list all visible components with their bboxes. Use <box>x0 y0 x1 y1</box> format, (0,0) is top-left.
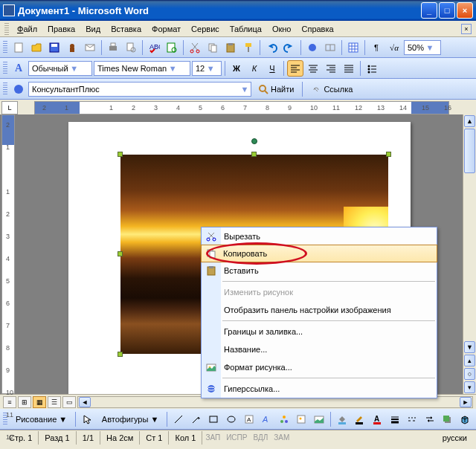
maximize-button[interactable]: □ <box>439 2 455 19</box>
oval-button[interactable] <box>223 411 239 427</box>
status-ext[interactable]: ВДЛ <box>250 433 271 442</box>
ctx-show-panel[interactable]: Отобразить панель настройки изображения <box>202 301 437 319</box>
resize-handle-tm[interactable] <box>251 152 257 157</box>
dash-style-button[interactable] <box>404 411 420 427</box>
menu-table[interactable]: Таблица <box>225 23 267 35</box>
scroll-thumb[interactable] <box>464 129 475 173</box>
diagram-button[interactable] <box>276 411 292 427</box>
menu-insert[interactable]: Вставка <box>106 23 147 35</box>
insert-table-button[interactable] <box>345 39 361 56</box>
close-button[interactable]: × <box>457 2 473 19</box>
research-button[interactable] <box>164 39 180 56</box>
status-trk[interactable]: ИСПР <box>223 433 250 442</box>
menu-expand-icon[interactable]: × <box>461 24 472 34</box>
align-center-button[interactable] <box>305 60 321 77</box>
scroll-right-button[interactable]: ► <box>460 397 472 407</box>
font-size-combo[interactable]: 12▼ <box>192 61 222 76</box>
show-formatting-button[interactable]: ¶ <box>368 39 385 56</box>
resize-handle-ml[interactable] <box>118 251 123 256</box>
line-button[interactable] <box>170 411 187 427</box>
cut-button[interactable] <box>187 39 203 56</box>
vertical-ruler[interactable]: 21123456789101112 <box>1 114 15 394</box>
shadow-button[interactable] <box>440 411 456 427</box>
line-style-button[interactable] <box>387 411 403 427</box>
minimize-button[interactable]: _ <box>421 2 437 19</box>
menu-edit[interactable]: Правка <box>42 23 80 35</box>
web-view-button[interactable]: ⊞ <box>18 396 31 408</box>
menu-file[interactable]: Файл <box>12 23 42 35</box>
browse-next-button[interactable]: ▾ <box>464 381 475 393</box>
ctx-format-picture[interactable]: Формат рисунка... <box>202 358 437 376</box>
wordart-button[interactable]: A <box>258 411 274 427</box>
textbox-button[interactable]: A <box>241 411 257 427</box>
line-color-button[interactable] <box>352 411 368 427</box>
print-preview-button[interactable] <box>123 39 139 56</box>
arrow-button[interactable] <box>188 411 205 427</box>
redo-button[interactable] <box>281 39 298 56</box>
browse-prev-button[interactable]: ▴ <box>464 355 475 366</box>
format-painter-button[interactable] <box>240 39 257 56</box>
underline-button[interactable]: Ч <box>264 60 280 77</box>
arrow-style-button[interactable] <box>422 411 438 427</box>
scroll-down-button[interactable]: ▼ <box>464 341 475 353</box>
equation-button[interactable]: √α <box>386 39 402 56</box>
status-rec[interactable]: ЗАП <box>202 433 223 442</box>
open-button[interactable] <box>28 39 45 56</box>
resize-handle-bl[interactable] <box>118 352 123 357</box>
style-combo[interactable]: Обычный▼ <box>28 61 92 76</box>
3d-button[interactable] <box>457 411 473 427</box>
font-combo[interactable]: Times New Roman▼ <box>94 61 190 76</box>
italic-button[interactable]: К <box>246 60 263 77</box>
tables-borders-button[interactable] <box>322 39 338 56</box>
menu-help[interactable]: Справка <box>296 23 338 35</box>
ctx-hyperlink[interactable]: Гиперссылка... <box>202 380 437 398</box>
styles-pane-button[interactable]: A <box>10 60 27 77</box>
print-layout-view-button[interactable]: ▦ <box>33 396 46 408</box>
select-objects-button[interactable] <box>79 411 95 427</box>
find-button[interactable]: Найти <box>253 81 299 97</box>
scroll-up-button[interactable]: ▲ <box>464 115 475 127</box>
new-doc-button[interactable] <box>10 39 27 56</box>
ctx-borders[interactable]: Границы и заливка... <box>202 323 437 340</box>
status-language[interactable]: русски <box>437 431 473 445</box>
browse-object-button[interactable]: ○ <box>464 368 475 380</box>
resize-handle-tr[interactable] <box>386 152 391 157</box>
tab-selector[interactable]: L <box>1 101 18 114</box>
link-button[interactable]: Ссылка <box>306 81 358 97</box>
insert-hyperlink-button[interactable] <box>304 39 321 56</box>
menu-service[interactable]: Сервис <box>186 23 225 35</box>
horizontal-ruler[interactable]: 2112345678910111213141516 <box>34 101 449 114</box>
vertical-scrollbar[interactable]: ▲ ▼ ▴ ○ ▾ <box>463 114 476 394</box>
zoom-combo[interactable]: 50%▼ <box>404 40 441 55</box>
font-color-button[interactable]: A <box>369 411 385 427</box>
save-button[interactable] <box>46 39 62 56</box>
align-left-button[interactable] <box>287 60 303 77</box>
align-right-button[interactable] <box>323 60 339 77</box>
outline-view-button[interactable]: ☰ <box>48 396 61 408</box>
normal-view-button[interactable]: ≡ <box>3 396 16 408</box>
drawing-menu[interactable]: Рисование ▼ <box>10 411 72 427</box>
justify-button[interactable] <box>341 60 357 77</box>
permissions-button[interactable] <box>64 39 80 56</box>
rotate-handle[interactable] <box>251 138 257 144</box>
menu-format[interactable]: Формат <box>147 23 186 35</box>
undo-button[interactable] <box>263 39 280 56</box>
ctx-copy[interactable]: Копировать <box>201 245 437 262</box>
menu-window[interactable]: Окно <box>267 23 297 35</box>
ctx-cut[interactable]: Вырезать <box>202 227 437 245</box>
ctx-paste[interactable]: Вставить <box>202 262 437 280</box>
rectangle-button[interactable] <box>206 411 222 427</box>
fill-color-button[interactable] <box>334 411 350 427</box>
ctx-caption[interactable]: Название... <box>202 340 437 358</box>
scroll-left-button[interactable]: ◄ <box>79 397 91 407</box>
print-button[interactable] <box>105 39 121 56</box>
consultant-combo[interactable]: КонсультантПлюс▼ <box>28 82 251 97</box>
consultant-icon[interactable] <box>10 81 27 97</box>
bold-button[interactable]: Ж <box>228 60 245 77</box>
bullets-button[interactable] <box>364 60 380 77</box>
paste-button[interactable] <box>222 39 239 56</box>
insert-picture-button[interactable] <box>311 411 327 427</box>
menu-view[interactable]: Вид <box>80 23 106 35</box>
reading-view-button[interactable]: ▭ <box>62 396 76 408</box>
resize-handle-tl[interactable] <box>118 152 123 157</box>
